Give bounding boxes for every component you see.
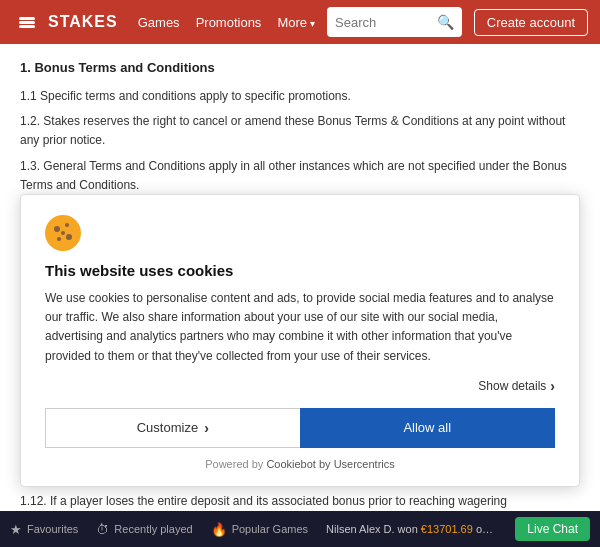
bottom-recently-played[interactable]: ⏱ Recently played — [96, 522, 192, 537]
nav-games[interactable]: Games — [138, 15, 180, 30]
bottom-favourites[interactable]: ★ Favourites — [10, 522, 78, 537]
svg-point-5 — [65, 223, 69, 227]
terms-item-1-2: 1.2. Stakes reserves the right to cancel… — [20, 112, 580, 150]
svg-rect-0 — [19, 17, 35, 20]
svg-point-6 — [66, 234, 72, 240]
terms-item-1-12: 1.12. If a player loses the entire depos… — [20, 492, 580, 511]
bottom-bar: ★ Favourites ⏱ Recently played 🔥 Popular… — [0, 511, 600, 547]
main-content: 1. Bonus Terms and Conditions 1.1 Specif… — [0, 44, 600, 511]
customize-button[interactable]: Customize — [45, 408, 300, 448]
header-nav: Games Promotions More — [138, 15, 315, 30]
bottom-popular-games[interactable]: 🔥 Popular Games — [211, 522, 308, 537]
svg-point-7 — [57, 237, 61, 241]
nav-promotions[interactable]: Promotions — [196, 15, 262, 30]
allow-all-button[interactable]: Allow all — [300, 408, 556, 448]
search-icon: 🔍 — [437, 14, 454, 30]
cookiebot-credit: Powered by Cookiebot by Usercentrics — [45, 458, 555, 470]
cookie-logo-icon — [45, 215, 81, 251]
search-input[interactable] — [335, 15, 431, 30]
cookie-body-text: We use cookies to personalise content an… — [45, 289, 555, 366]
clock-icon: ⏱ — [96, 522, 109, 537]
ticker-text: Nilsen Alex D. won €13701.69 on Hot Fies… — [326, 523, 497, 535]
svg-rect-1 — [19, 21, 35, 24]
cookiebot-link[interactable]: Cookiebot by Usercentrics — [266, 458, 394, 470]
section-title: 1. Bonus Terms and Conditions — [20, 60, 580, 75]
cookie-buttons: Customize Allow all — [45, 408, 555, 448]
terms-item-1-3: 1.3. General Terms and Conditions apply … — [20, 157, 580, 195]
svg-rect-2 — [19, 25, 35, 28]
svg-point-8 — [61, 231, 65, 235]
cookie-title: This website uses cookies — [45, 262, 555, 279]
header: STAKES Games Promotions More 🔍 Create ac… — [0, 0, 600, 44]
search-box[interactable]: 🔍 — [327, 7, 462, 37]
logo-icon — [12, 7, 42, 37]
show-details-link[interactable]: Show details — [478, 378, 555, 394]
more-chevron-down-icon — [310, 15, 315, 30]
svg-point-4 — [54, 226, 60, 232]
stakes-logo-svg — [17, 12, 37, 32]
cookie-banner: This website uses cookies We use cookies… — [20, 194, 580, 487]
logo-text: STAKES — [48, 13, 118, 31]
star-icon: ★ — [10, 522, 22, 537]
fire-icon: 🔥 — [211, 522, 227, 537]
live-chat-button[interactable]: Live Chat — [515, 517, 590, 541]
customize-chevron-right-icon — [204, 420, 209, 436]
create-account-button[interactable]: Create account — [474, 9, 588, 36]
logo[interactable]: STAKES — [12, 7, 118, 37]
terms-item-1-1: 1.1 Specific terms and conditions apply … — [20, 87, 580, 106]
show-details-chevron-right-icon — [550, 378, 555, 394]
nav-more[interactable]: More — [277, 15, 315, 30]
